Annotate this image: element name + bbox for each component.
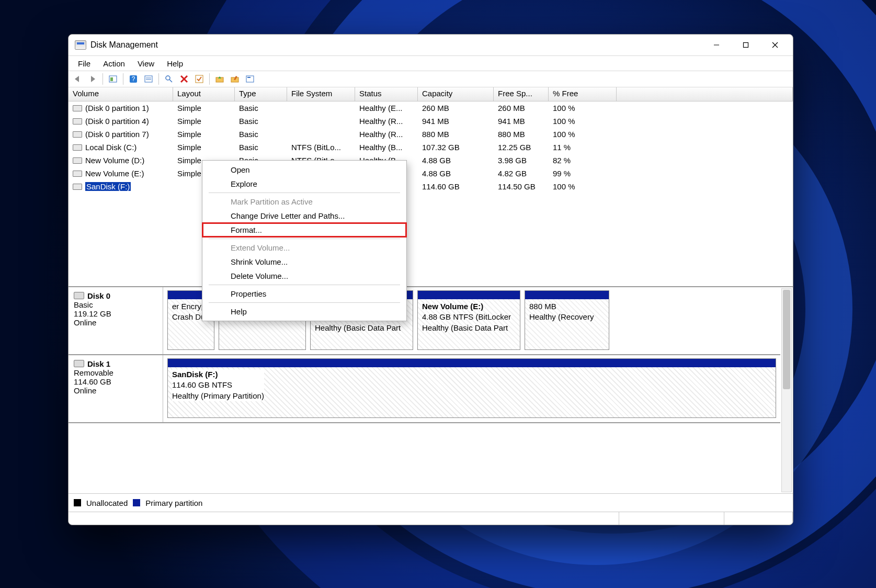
- volume-row[interactable]: SanDisk (F:)Healthy (P...114.60 GB114.50…: [69, 180, 793, 193]
- svg-rect-8: [145, 76, 152, 82]
- app-icon: [75, 40, 86, 50]
- volume-column-headers: Volume Layout Type File System Status Ca…: [69, 87, 793, 101]
- disk1-state: Online: [74, 386, 157, 395]
- disk0-name: Disk 0: [87, 291, 110, 300]
- context-help[interactable]: Help: [202, 304, 406, 319]
- column-status[interactable]: Status: [355, 87, 418, 101]
- volume-row[interactable]: Local Disk (C:)SimpleBasicNTFS (BitLo...…: [69, 141, 793, 154]
- menu-separator: [209, 285, 400, 285]
- legend: Unallocated Primary partition: [69, 493, 793, 512]
- folder-edit-icon[interactable]: [228, 72, 242, 86]
- volume-icon: [73, 118, 82, 125]
- context-format[interactable]: Format...: [202, 223, 406, 237]
- volume-icon: [73, 144, 82, 151]
- disk0-info[interactable]: Disk 0 Basic 119.12 GB Online: [69, 287, 163, 354]
- status-bar: [69, 512, 793, 525]
- svg-line-12: [169, 80, 172, 82]
- svg-text:?: ?: [132, 75, 135, 83]
- help-button[interactable]: ?: [127, 72, 140, 86]
- volume-icon: [73, 184, 82, 190]
- context-shrink-volume[interactable]: Shrink Volume...: [202, 255, 406, 269]
- close-button[interactable]: [760, 35, 790, 55]
- check-icon[interactable]: [192, 72, 206, 86]
- disk-row-disk0: Disk 0 Basic 119.12 GB Online er EncrypC…: [69, 287, 780, 355]
- disk0-state: Online: [74, 318, 157, 327]
- context-open[interactable]: Open: [202, 163, 406, 177]
- volume-list-pane: Volume Layout Type File System Status Ca…: [69, 87, 793, 287]
- volume-name: SanDisk (F:): [85, 182, 131, 191]
- legend-unallocated-swatch: [74, 499, 81, 506]
- toolbar: ?: [69, 71, 793, 87]
- column-capacity[interactable]: Capacity: [418, 87, 494, 101]
- context-delete-volume[interactable]: Delete Volume...: [202, 269, 406, 283]
- volume-name: New Volume (E:): [85, 169, 144, 178]
- disk1-name: Disk 1: [87, 359, 110, 368]
- volume-icon: [73, 131, 82, 138]
- menu-file[interactable]: File: [72, 58, 97, 70]
- context-explore[interactable]: Explore: [202, 177, 406, 191]
- show-hide-button[interactable]: [106, 72, 120, 86]
- titlebar[interactable]: Disk Management: [69, 35, 793, 56]
- maximize-button[interactable]: [731, 35, 760, 55]
- column-free-space[interactable]: Free Sp...: [494, 87, 549, 101]
- legend-primary-label: Primary partition: [145, 499, 202, 507]
- menu-separator: [209, 193, 400, 193]
- volume-row[interactable]: New Volume (D:)SimpleBasicNTFS (BitLo...…: [69, 154, 793, 167]
- disk0-partition-e[interactable]: New Volume (E:)4.88 GB NTFS (BitLockerHe…: [417, 290, 520, 350]
- context-change-drive-letter[interactable]: Change Drive Letter and Paths...: [202, 209, 406, 223]
- svg-rect-19: [246, 76, 254, 82]
- legend-primary-swatch: [133, 499, 140, 506]
- volume-icon: [73, 171, 82, 177]
- folder-up-icon[interactable]: [213, 72, 226, 86]
- column-layout[interactable]: Layout: [173, 87, 235, 101]
- scrollbar-thumb[interactable]: [783, 290, 790, 389]
- volume-row[interactable]: (Disk 0 partition 7)SimpleBasicHealthy (…: [69, 128, 793, 141]
- disk1-info[interactable]: Disk 1 Removable 114.60 GB Online: [69, 355, 163, 422]
- disk0-size: 119.12 GB: [74, 309, 157, 318]
- svg-rect-5: [110, 77, 113, 81]
- volume-row[interactable]: (Disk 0 partition 1)SimpleBasicHealthy (…: [69, 101, 793, 115]
- volume-row[interactable]: (Disk 0 partition 4)SimpleBasicHealthy (…: [69, 115, 793, 128]
- disk-management-window: Disk Management File Action View Help ?: [68, 34, 793, 525]
- column-volume[interactable]: Volume: [69, 87, 173, 101]
- disk-icon: [74, 360, 84, 367]
- column-type[interactable]: Type: [235, 87, 287, 101]
- context-extend-volume: Extend Volume...: [202, 241, 406, 255]
- back-button[interactable]: [71, 72, 84, 86]
- disk0-partition[interactable]: 880 MBHealthy (Recovery: [525, 290, 609, 350]
- disk-row-disk1: Disk 1 Removable 114.60 GB Online SanDis…: [69, 355, 780, 423]
- disk1-type: Removable: [74, 368, 157, 377]
- window-title: Disk Management: [90, 40, 158, 50]
- volume-icon: [73, 157, 82, 164]
- delete-button[interactable]: [177, 72, 191, 86]
- properties-icon[interactable]: [243, 72, 257, 86]
- context-mark-active: Mark Partition as Active: [202, 195, 406, 209]
- volume-name: (Disk 0 partition 4): [85, 117, 149, 126]
- column-pct-free[interactable]: % Free: [549, 87, 617, 101]
- menubar: File Action View Help: [69, 56, 793, 71]
- disk1-size: 114.60 GB: [74, 377, 157, 386]
- legend-unallocated-label: Unallocated: [86, 499, 128, 507]
- menu-separator: [209, 239, 400, 239]
- context-menu: Open Explore Mark Partition as Active Ch…: [202, 160, 407, 321]
- disk1-partitions: SanDisk (F:) 114.60 GB NTFS Healthy (Pri…: [163, 355, 780, 422]
- settings-list-button[interactable]: [142, 72, 155, 86]
- context-properties[interactable]: Properties: [202, 287, 406, 301]
- search-icon[interactable]: [162, 72, 176, 86]
- svg-rect-1: [744, 43, 748, 48]
- forward-button[interactable]: [86, 72, 99, 86]
- column-spacer[interactable]: [617, 87, 793, 101]
- disk-graph-pane: Disk 0 Basic 119.12 GB Online er EncrypC…: [69, 287, 793, 493]
- vertical-scrollbar[interactable]: [781, 288, 792, 492]
- volume-name: (Disk 0 partition 1): [85, 104, 149, 112]
- volume-row[interactable]: New Volume (E:)SimpleBasicNTFS (BitLo...…: [69, 167, 793, 180]
- disk1-partition-f[interactable]: SanDisk (F:) 114.60 GB NTFS Healthy (Pri…: [167, 358, 776, 418]
- minimize-button[interactable]: [702, 35, 731, 55]
- menu-action[interactable]: Action: [97, 58, 131, 70]
- menu-view[interactable]: View: [131, 58, 161, 70]
- volume-list[interactable]: (Disk 0 partition 1)SimpleBasicHealthy (…: [69, 101, 793, 193]
- menu-help[interactable]: Help: [161, 58, 189, 70]
- disk-icon: [74, 292, 84, 299]
- column-filesystem[interactable]: File System: [287, 87, 355, 101]
- svg-rect-20: [247, 77, 251, 78]
